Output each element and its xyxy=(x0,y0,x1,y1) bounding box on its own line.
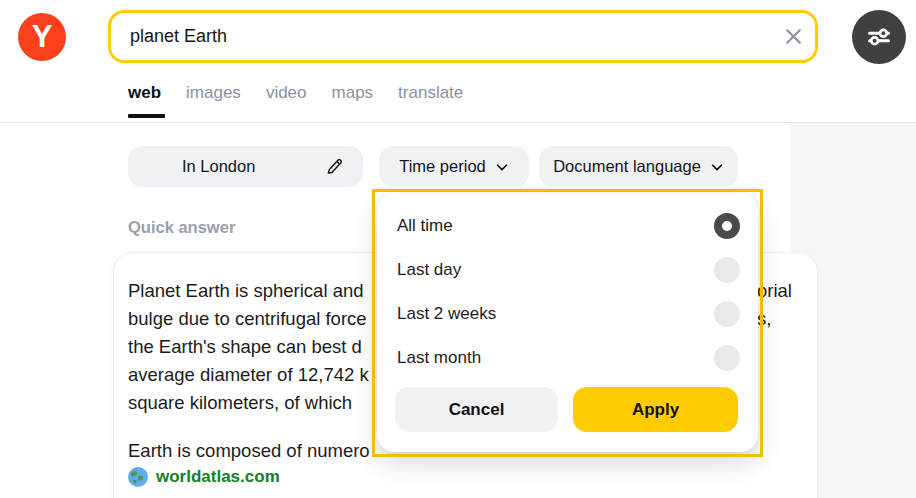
active-tab-underline xyxy=(128,114,165,118)
option-all-time[interactable]: All time xyxy=(397,213,740,239)
time-period-filter-chip[interactable]: Time period xyxy=(379,146,529,187)
search-tabs: web images video maps translate xyxy=(128,83,463,103)
search-settings-button[interactable] xyxy=(852,10,906,64)
header-divider xyxy=(0,122,916,123)
close-icon xyxy=(783,26,804,47)
answer-text-line: Planet Earth is spherical and xyxy=(128,277,364,305)
yandex-logo-letter: Y xyxy=(32,21,53,52)
tab-translate[interactable]: translate xyxy=(398,83,463,103)
quick-answer-heading: Quick answer xyxy=(128,218,235,237)
yandex-logo[interactable]: Y xyxy=(18,13,66,61)
radio-unselected-icon[interactable] xyxy=(714,301,740,327)
answer-text-line: s, xyxy=(757,305,771,333)
document-language-filter-label: Document language xyxy=(553,157,701,176)
answer-text-line: square kilometers, of which xyxy=(128,389,352,417)
option-last-month[interactable]: Last month xyxy=(397,345,740,371)
answer-text-line: bulge due to centrifugal force xyxy=(128,305,367,333)
answer-text-line: average diameter of 12,742 k xyxy=(128,361,369,389)
time-period-dropdown: All time Last day Last 2 weeks Last mont… xyxy=(377,194,758,452)
option-label: Last month xyxy=(397,348,481,368)
option-last-day[interactable]: Last day xyxy=(397,257,740,283)
radio-unselected-icon[interactable] xyxy=(714,345,740,371)
region-filter-label: In London xyxy=(182,157,255,176)
cancel-button[interactable]: Cancel xyxy=(395,387,558,432)
option-label: All time xyxy=(397,216,453,236)
radio-selected-icon[interactable] xyxy=(714,213,740,239)
search-box[interactable] xyxy=(108,10,818,63)
time-period-filter-label: Time period xyxy=(399,157,486,176)
globe-favicon xyxy=(128,467,148,487)
option-last-2-weeks[interactable]: Last 2 weeks xyxy=(397,301,740,327)
search-input[interactable] xyxy=(111,26,771,47)
tab-images[interactable]: images xyxy=(186,83,241,103)
option-label: Last 2 weeks xyxy=(397,304,496,324)
option-label: Last day xyxy=(397,260,461,280)
pencil-icon xyxy=(324,156,345,177)
document-language-filter-chip[interactable]: Document language xyxy=(539,146,738,187)
answer-text-line: the Earth's shape can best d xyxy=(128,333,362,361)
region-filter-chip[interactable]: In London xyxy=(128,146,363,187)
clear-search-button[interactable] xyxy=(771,15,815,59)
answer-text-line: Earth is composed of numero xyxy=(128,437,370,465)
tab-video[interactable]: video xyxy=(266,83,307,103)
source-link-label: worldatlas.com xyxy=(156,467,280,487)
apply-button[interactable]: Apply xyxy=(573,387,738,432)
tab-maps[interactable]: maps xyxy=(332,83,374,103)
tab-web[interactable]: web xyxy=(128,83,161,103)
chevron-down-icon xyxy=(495,160,509,174)
radio-unselected-icon[interactable] xyxy=(714,257,740,283)
source-link[interactable]: worldatlas.com xyxy=(128,467,280,487)
chevron-down-icon xyxy=(710,160,724,174)
sliders-icon xyxy=(864,22,894,52)
answer-text-line: orial xyxy=(757,277,792,305)
